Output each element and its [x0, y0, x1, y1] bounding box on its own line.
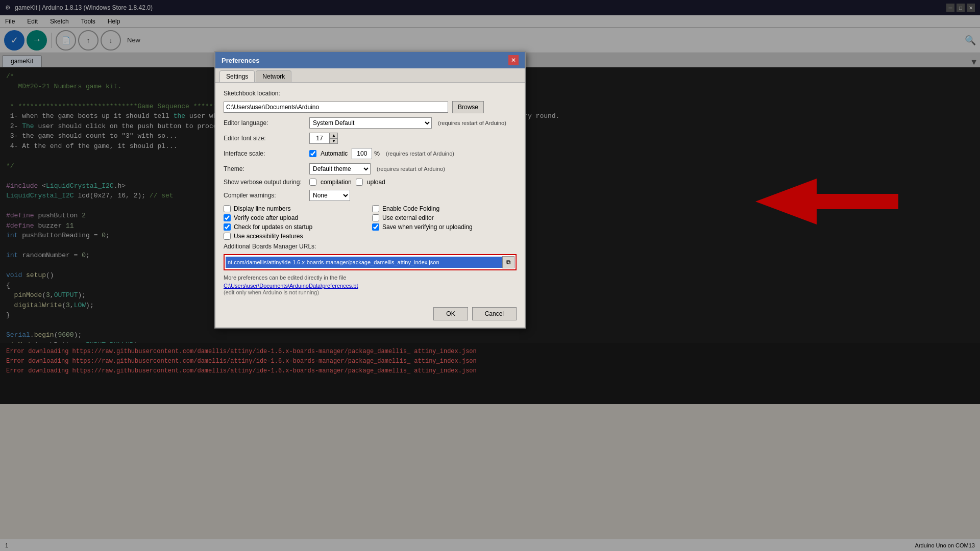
svg-marker-0	[755, 179, 898, 224]
editor-font-size-row: Editor font size: ▲ ▼	[224, 133, 517, 144]
editor-font-size-label: Editor font size:	[224, 135, 305, 142]
verbose-label: Show verbose output during:	[224, 179, 305, 186]
font-size-input[interactable]	[309, 133, 330, 144]
checkbox-use-external-editor: Use external editor	[372, 214, 517, 221]
verify-code-label: Verify code after upload	[234, 214, 298, 221]
use-external-editor-checkbox[interactable]	[372, 214, 379, 221]
percent-box: %	[352, 148, 380, 159]
cancel-button[interactable]: Cancel	[472, 307, 517, 320]
checkbox-display-line-numbers: Display line numbers	[224, 205, 368, 212]
prefs-file-path[interactable]: C:\Users\user\Documents\ArduinoData\pref…	[224, 283, 517, 289]
url-label: Additional Boards Manager URLs:	[224, 243, 316, 250]
more-prefs-text: More preferences can be edited directly …	[224, 274, 517, 281]
display-line-numbers-label: Display line numbers	[234, 205, 290, 212]
preferences-dialog: Preferences ✕ Settings Network Sketchboo…	[214, 51, 526, 329]
url-label-row: Additional Boards Manager URLs:	[224, 243, 517, 250]
upload-label: upload	[367, 179, 385, 186]
display-line-numbers-checkbox[interactable]	[224, 205, 231, 212]
editor-language-note: (requires restart of Arduino)	[438, 120, 506, 126]
checkbox-use-accessibility: Use accessibility features	[224, 233, 368, 240]
font-size-down[interactable]: ▼	[330, 138, 338, 144]
scale-value-input[interactable]	[352, 148, 372, 159]
editor-language-label: Editor language:	[224, 119, 305, 127]
dialog-tabs: Settings Network	[215, 68, 525, 83]
upload-checkbox[interactable]	[356, 179, 363, 186]
percent-symbol: %	[374, 150, 380, 157]
checkbox-verify-code: Verify code after upload	[224, 214, 368, 221]
sketchbook-label: Sketchbook location:	[224, 90, 305, 97]
dialog-overlay: Preferences ✕ Settings Network Sketchboo…	[0, 0, 980, 551]
save-when-verifying-checkbox[interactable]	[372, 223, 379, 231]
compiler-warnings-label: Compiler warnings:	[224, 192, 305, 199]
arrow-annotation	[755, 173, 898, 236]
spinner-buttons: ▲ ▼	[330, 133, 338, 144]
checkbox-save-when-verifying: Save when verifying or uploading	[372, 223, 517, 231]
dialog-title: Preferences	[222, 57, 259, 64]
url-input[interactable]	[226, 257, 502, 268]
compiler-warnings-row: Compiler warnings: None	[224, 190, 517, 201]
interface-scale-note: (requires restart of Arduino)	[386, 151, 454, 157]
dialog-close-button[interactable]: ✕	[508, 55, 519, 65]
interface-scale-row: Interface scale: Automatic % (requires r…	[224, 148, 517, 159]
checkbox-enable-code-folding: Enable Code Folding	[372, 205, 517, 212]
dialog-tab-settings[interactable]: Settings	[219, 70, 255, 82]
ok-button[interactable]: OK	[433, 307, 468, 320]
interface-scale-auto-checkbox[interactable]	[309, 150, 316, 157]
interface-scale-label: Interface scale:	[224, 150, 305, 157]
dialog-title-bar: Preferences ✕	[215, 52, 525, 68]
checkboxes-section: Display line numbers Enable Code Folding…	[224, 205, 517, 240]
dialog-buttons: OK Cancel	[215, 303, 525, 328]
sketchbook-row: Sketchbook location:	[224, 90, 517, 97]
prefs-file-note: (edit only when Arduino is not running)	[224, 289, 319, 295]
check-updates-checkbox[interactable]	[224, 223, 231, 231]
checkbox-check-updates: Check for updates on startup	[224, 223, 368, 231]
font-size-up[interactable]: ▲	[330, 133, 338, 138]
verbose-row: Show verbose output during: compilation …	[224, 179, 517, 186]
interface-scale-auto-label: Automatic	[321, 150, 348, 157]
dialog-tab-network[interactable]: Network	[256, 70, 291, 82]
enable-code-folding-checkbox[interactable]	[372, 205, 379, 212]
url-copy-button[interactable]: ⧉	[502, 256, 514, 268]
dialog-content: Sketchbook location: Browse Editor langu…	[215, 83, 525, 303]
use-external-editor-label: Use external editor	[382, 214, 434, 221]
theme-select[interactable]: Default theme	[309, 163, 371, 174]
enable-code-folding-label: Enable Code Folding	[382, 205, 439, 212]
compilation-label: compilation	[321, 179, 352, 186]
verify-code-checkbox[interactable]	[224, 214, 231, 221]
font-size-spinner: ▲ ▼	[309, 133, 338, 144]
save-when-verifying-label: Save when verifying or uploading	[382, 223, 473, 231]
editor-language-select[interactable]: System Default	[309, 117, 432, 129]
check-updates-label: Check for updates on startup	[234, 223, 312, 231]
theme-row: Theme: Default theme (requires restart o…	[224, 163, 517, 174]
browse-button[interactable]: Browse	[452, 101, 484, 113]
sketchbook-path-row: Browse	[224, 101, 517, 113]
compiler-warnings-select[interactable]: None	[309, 190, 350, 201]
theme-note: (requires restart of Arduino)	[377, 166, 445, 172]
theme-label: Theme:	[224, 165, 305, 172]
compilation-checkbox[interactable]	[309, 179, 316, 186]
use-accessibility-label: Use accessibility features	[234, 233, 303, 240]
editor-language-row: Editor language: System Default (require…	[224, 117, 517, 129]
url-row: ⧉	[224, 254, 517, 270]
sketchbook-path-input[interactable]	[224, 102, 448, 113]
use-accessibility-checkbox[interactable]	[224, 233, 231, 240]
